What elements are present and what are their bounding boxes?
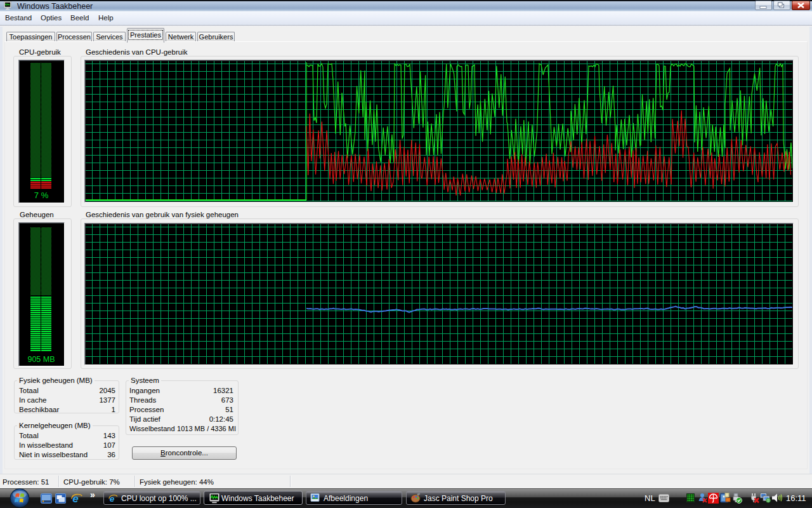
svg-text:905 MB: 905 MB	[27, 355, 55, 364]
svg-text:7 %: 7 %	[34, 190, 49, 200]
